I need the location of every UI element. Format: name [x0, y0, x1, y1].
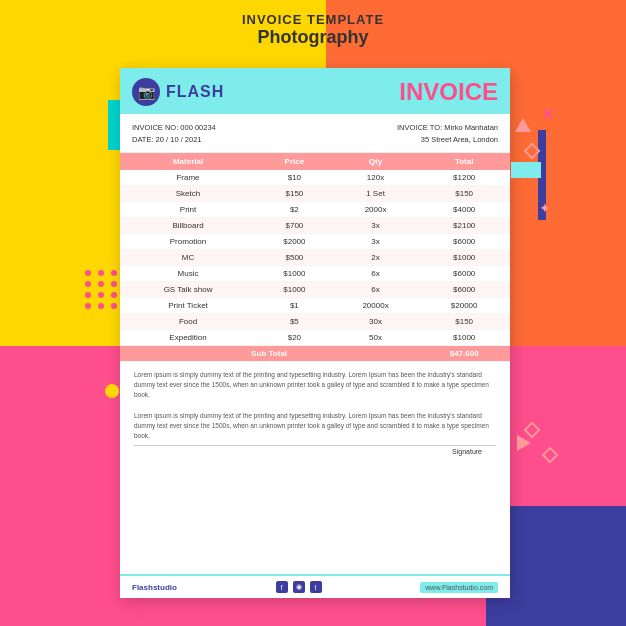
table-row: MC$5002x$1000	[120, 250, 510, 266]
subtotal-row: Sub Total$47.600	[120, 346, 510, 362]
table-row: Billboard$7003x$2100	[120, 218, 510, 234]
logo-area: 📷 FLASH	[132, 78, 224, 106]
table-row: GS Talk show$10006x$6000	[120, 282, 510, 298]
table-row: Print$22000x$4000	[120, 202, 510, 218]
invoice-table: Material Price Qty Total Frame$10120x$12…	[120, 153, 510, 362]
footer-text-1: Lorem ipsum is simply dummy text of the …	[120, 362, 510, 403]
signature-area: Signature	[134, 445, 496, 459]
invoice-card: 📷 FLASH INVOICE INVOICE NO: 000 00234 DA…	[120, 68, 510, 598]
deco-plus: +	[540, 510, 551, 531]
col-price: Price	[256, 153, 333, 170]
invoice-to: INVOICE TO: Mirko Manhatan	[397, 122, 498, 134]
footer-text-2: Lorem ipsum is simply dummy text of the …	[120, 403, 510, 444]
table-row: Promotion$20003x$6000	[120, 234, 510, 250]
invoice-no: INVOICE NO: 000 00234	[132, 122, 216, 134]
logo-text: FLASH	[166, 83, 224, 101]
instagram-icon[interactable]: ◉	[293, 581, 305, 593]
page-title-area: INVOICE TEMPLATE Photography	[0, 0, 626, 54]
social-icons: f ◉ t	[276, 581, 322, 593]
invoice-address: 35 Street Area, London	[397, 134, 498, 146]
deco-triangle	[515, 118, 531, 132]
deco-green-rect	[511, 162, 541, 178]
table-row: Expedition$2050x$1000	[120, 330, 510, 346]
meta-right: INVOICE TO: Mirko Manhatan 35 Street Are…	[397, 122, 498, 146]
col-material: Material	[120, 153, 256, 170]
deco-play	[517, 435, 531, 451]
deco-x-top: ✕	[541, 105, 554, 124]
facebook-icon[interactable]: f	[276, 581, 288, 593]
table-row: Frame$10120x$1200	[120, 170, 510, 186]
deco-yellow-dot	[105, 384, 119, 398]
invoice-meta: INVOICE NO: 000 00234 DATE: 20 / 10 / 20…	[120, 114, 510, 153]
deco-star: ✦	[539, 200, 551, 216]
page-title: INVOICE TEMPLATE	[0, 12, 626, 27]
logo-icon: 📷	[132, 78, 160, 106]
twitter-icon[interactable]: t	[310, 581, 322, 593]
col-qty: Qty	[333, 153, 419, 170]
invoice-bottom-bar: Flashstudio f ◉ t www.Flashstudio.com	[120, 574, 510, 598]
meta-left: INVOICE NO: 000 00234 DATE: 20 / 10 / 20…	[132, 122, 216, 146]
table-row: Sketch$1501 Set$150	[120, 186, 510, 202]
deco-x-bottom: ✕	[545, 467, 558, 486]
invoice-header: 📷 FLASH INVOICE	[120, 68, 510, 114]
invoice-title: INVOICE	[399, 78, 498, 106]
table-row: Music$10006x$6000	[120, 266, 510, 282]
signature-label: Signature	[452, 448, 482, 455]
brand-name: Flashstudio	[132, 583, 177, 592]
table-row: Print Ticket$120000x$20000	[120, 298, 510, 314]
page-subtitle: Photography	[0, 27, 626, 48]
col-total: Total	[418, 153, 510, 170]
table-row: Food$530x$150	[120, 314, 510, 330]
invoice-date: DATE: 20 / 10 / 2021	[132, 134, 216, 146]
website: www.Flashstudio.com	[420, 582, 498, 593]
